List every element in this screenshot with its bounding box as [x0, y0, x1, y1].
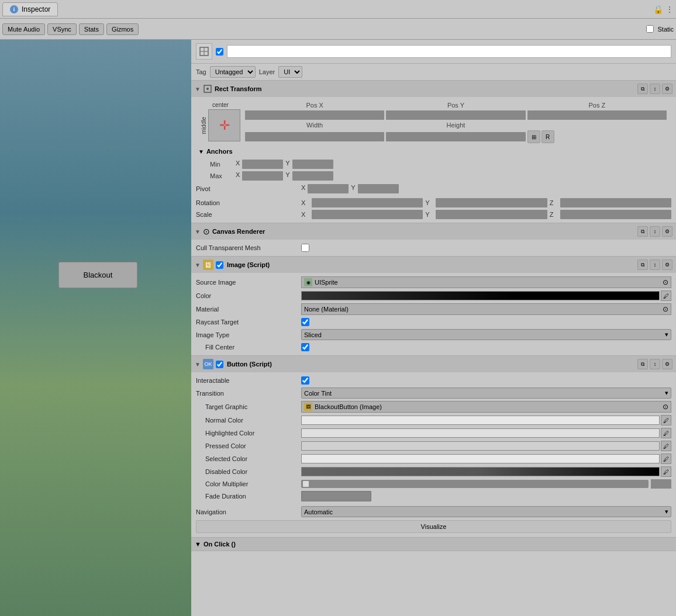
- button-script-header[interactable]: ▼ OK Button (Script) ⧉ ↕ ⚙: [191, 356, 676, 372]
- max-x-input[interactable]: 0.5: [242, 171, 283, 181]
- selected-color-picker-btn[interactable]: 🖊: [661, 454, 671, 464]
- height-input[interactable]: 100: [386, 132, 525, 141]
- cull-transparent-checkbox[interactable]: [301, 244, 309, 252]
- anchors-toggle[interactable]: ▼ Anchors: [196, 148, 233, 155]
- svg-point-4: [206, 88, 209, 90]
- target-graphic-row: Target Graphic 🖼 BlackoutButton (Image) …: [196, 400, 671, 414]
- image-type-dropdown[interactable]: Sliced ▾: [301, 329, 671, 340]
- vsync-button[interactable]: VSync: [47, 23, 77, 35]
- material-row: Material None (Material) ⊙: [196, 302, 671, 316]
- rot-z-input[interactable]: 0: [560, 198, 671, 207]
- normal-color-picker-btn[interactable]: 🖊: [661, 415, 671, 425]
- navigation-dropdown[interactable]: Automatic ▾: [301, 506, 671, 517]
- disabled-color-picker-btn[interactable]: 🖊: [661, 466, 671, 477]
- pos-y-label: Pos Y: [386, 102, 525, 109]
- reset-btn[interactable]: R: [542, 130, 554, 143]
- tag-select[interactable]: Untagged: [210, 66, 256, 78]
- pivot-x-input[interactable]: 0.5: [308, 184, 349, 193]
- canvas-settings-btn[interactable]: ⚙: [662, 226, 672, 237]
- disabled-color-preview[interactable]: [301, 467, 660, 476]
- static-label: Static: [657, 26, 674, 33]
- transition-dropdown[interactable]: Color Tint ▾: [301, 387, 671, 399]
- highlighted-color-preview[interactable]: [301, 428, 660, 438]
- image-script-enabled-checkbox[interactable]: [216, 261, 223, 269]
- pivot-xy: X 0.5 Y 0.5: [301, 184, 671, 193]
- max-x-label: X: [236, 171, 240, 181]
- pos-y-input[interactable]: 447: [386, 110, 525, 120]
- layer-select[interactable]: UI: [278, 66, 302, 78]
- image-copy-btn[interactable]: ⧉: [637, 259, 648, 270]
- stats-button[interactable]: Stats: [79, 23, 104, 35]
- gameobject-active-checkbox[interactable]: [216, 48, 223, 56]
- min-x-input[interactable]: 0.5: [242, 160, 283, 169]
- color-multiplier-slider[interactable]: [301, 480, 649, 488]
- source-image-field[interactable]: ◉ UISprite ⊙: [301, 276, 671, 288]
- width-input[interactable]: 250: [245, 132, 384, 141]
- fade-duration-input[interactable]: 0.1: [301, 491, 371, 501]
- constrain-proportions-btn[interactable]: ⊞: [527, 130, 540, 143]
- image-settings-btn[interactable]: ⚙: [662, 259, 672, 270]
- normal-color-preview[interactable]: [301, 416, 660, 425]
- pivot-y-input[interactable]: 0.5: [358, 184, 399, 193]
- cull-transparent-row: Cull Transparent Mesh: [196, 242, 671, 254]
- button-script-enabled-checkbox[interactable]: [216, 361, 223, 368]
- normal-color-row: Normal Color 🖊: [196, 414, 671, 427]
- pressed-color-picker-btn[interactable]: 🖊: [661, 441, 671, 451]
- static-checkbox[interactable]: [646, 25, 654, 33]
- blackout-button-preview[interactable]: Blackout: [58, 262, 137, 288]
- max-y-input[interactable]: 0.5: [292, 171, 333, 181]
- source-image-picker[interactable]: ⊙: [663, 278, 668, 286]
- mute-audio-button[interactable]: Mute Audio: [2, 23, 45, 35]
- lock-icon[interactable]: 🔒: [653, 5, 663, 14]
- pos-z-input[interactable]: 0: [527, 110, 667, 120]
- rect-settings-btn[interactable]: ⚙: [662, 84, 672, 94]
- image-arrow: ▼: [195, 262, 201, 268]
- button-arrow-btn[interactable]: ↕: [650, 359, 660, 369]
- image-color-picker-btn[interactable]: 🖊: [661, 290, 671, 301]
- color-multiplier-label: Color Multiplier: [196, 480, 301, 487]
- min-y-label: Y: [285, 160, 289, 169]
- rect-copy-btn[interactable]: ⧉: [637, 84, 648, 94]
- min-y-input[interactable]: 0.5: [292, 160, 333, 169]
- pressed-color-preview[interactable]: [301, 441, 660, 451]
- image-color-preview[interactable]: [301, 291, 660, 300]
- pos-x-input[interactable]: 763: [245, 110, 384, 120]
- scale-row: Scale X 1 Y 1 Z 1: [196, 209, 671, 220]
- disabled-color-label: Disabled Color: [196, 468, 301, 475]
- button-settings-btn[interactable]: ⚙: [662, 359, 672, 369]
- rect-arrow-btn[interactable]: ↕: [650, 84, 660, 94]
- rect-transform-header[interactable]: ▼ Rect Transform ⧉ ↕ ⚙: [191, 81, 676, 97]
- material-picker[interactable]: ⊙: [663, 305, 668, 313]
- anchor-box[interactable]: ✛: [208, 109, 240, 141]
- material-label: Material: [196, 306, 301, 313]
- rt-pos-fields: Pos X Pos Y Pos Z 763 447 0 Width Height…: [245, 102, 667, 143]
- target-graphic-field[interactable]: 🖼 BlackoutButton (Image) ⊙: [301, 401, 671, 413]
- visualize-button[interactable]: Visualize: [196, 520, 671, 533]
- image-type-row: Image Type Sliced ▾: [196, 328, 671, 341]
- gizmos-button[interactable]: Gizmos: [106, 23, 139, 35]
- image-script-header[interactable]: ▼ 🖼 Image (Script) ⧉ ↕ ⚙: [191, 257, 676, 273]
- on-click-header[interactable]: ▼ On Click (): [191, 538, 676, 551]
- scale-z-input[interactable]: 1: [560, 210, 671, 219]
- gameobject-name-field[interactable]: BlackoutButton: [227, 45, 671, 58]
- rot-y-input[interactable]: 0: [436, 198, 547, 207]
- material-field[interactable]: None (Material) ⊙: [301, 303, 671, 315]
- image-arrow-btn[interactable]: ↕: [650, 259, 660, 270]
- raycast-target-label: Raycast Target: [196, 319, 301, 326]
- scale-y-input[interactable]: 1: [436, 210, 547, 219]
- menu-icon[interactable]: ⋮: [665, 5, 674, 14]
- color-multiplier-input[interactable]: 1: [651, 479, 671, 489]
- inspector-tab[interactable]: i Inspector: [2, 2, 58, 16]
- scale-x-input[interactable]: 1: [312, 210, 423, 219]
- interactable-checkbox[interactable]: [301, 376, 309, 385]
- fill-center-checkbox[interactable]: [301, 343, 309, 351]
- raycast-target-checkbox[interactable]: [301, 318, 309, 326]
- target-graphic-picker[interactable]: ⊙: [663, 403, 668, 411]
- highlighted-color-picker-btn[interactable]: 🖊: [661, 428, 671, 438]
- rot-x-input[interactable]: 0: [312, 198, 423, 207]
- selected-color-preview[interactable]: [301, 454, 660, 463]
- canvas-renderer-header[interactable]: ▼ ⊙ Canvas Renderer ⧉ ↕ ⚙: [191, 223, 676, 240]
- button-copy-btn[interactable]: ⧉: [637, 359, 648, 369]
- canvas-copy-btn[interactable]: ⧉: [637, 226, 648, 237]
- canvas-arrow-btn[interactable]: ↕: [650, 226, 660, 237]
